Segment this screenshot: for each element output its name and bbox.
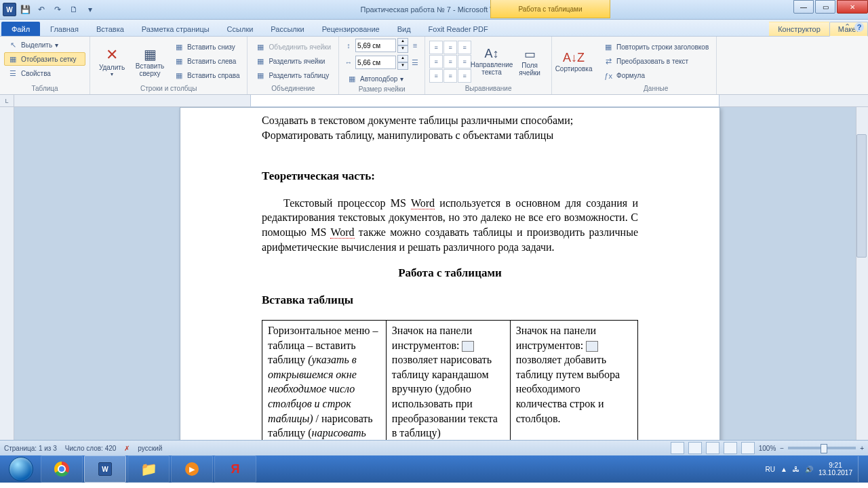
zoom-level[interactable]: 100% (759, 445, 776, 452)
align-br[interactable]: ≡ (458, 69, 471, 83)
doc-line-2[interactable]: Форматировать таблицу, манипулировать с … (262, 128, 638, 143)
doc-heading-tables[interactable]: Работа с таблицами (262, 266, 638, 281)
tab-view[interactable]: Вид (389, 22, 420, 36)
tab-foxit[interactable]: Foxit Reader PDF (420, 22, 497, 36)
tab-page-layout[interactable]: Разметка страницы (133, 22, 218, 36)
table-cell-2[interactable]: Значок на панели инструментов: позволяет… (386, 320, 510, 440)
taskbar-explorer[interactable]: 📁 (127, 455, 170, 483)
tab-insert[interactable]: Вставка (87, 22, 133, 36)
word-app-icon[interactable]: W (3, 3, 16, 16)
qat-customize-button[interactable]: ▾ (83, 2, 98, 17)
merge-cells-button[interactable]: ▦Объединить ячейки (252, 41, 334, 54)
view-gridlines-button[interactable]: ▦Отобразить сетку (4, 52, 85, 66)
autofit-button[interactable]: ▦Автоподбор ▾ (343, 72, 420, 85)
split-cells-button[interactable]: ▦Разделить ячейки (252, 55, 334, 68)
document-page[interactable]: Создавать в текстовом документе таблицы … (180, 107, 720, 440)
taskbar-media-player[interactable]: ▶ (171, 455, 213, 483)
taskbar-chrome[interactable] (41, 455, 83, 483)
delete-button[interactable]: ✕Удалить▾ (94, 39, 130, 84)
qat-redo-button[interactable]: ↷ (50, 2, 65, 17)
ruler-vertical[interactable] (0, 107, 14, 440)
document-table[interactable]: Горизонтальное меню – таблица – вставить… (262, 320, 638, 440)
distribute-cols-icon[interactable]: ☰ (410, 57, 420, 68)
doc-paragraph-1[interactable]: Текстовый процессор MS Word используется… (262, 196, 638, 254)
qat-save-button[interactable]: 💾 (18, 2, 33, 17)
insert-below-button[interactable]: ▦Вставить снизу (170, 41, 243, 54)
doc-heading-insert[interactable]: Вставка таблицы (262, 293, 638, 308)
table-row[interactable]: Горизонтальное меню – таблица – вставить… (262, 320, 638, 440)
align-mr[interactable]: ≡ (458, 55, 471, 68)
status-language[interactable]: русский (138, 445, 162, 452)
ruler-tab-selector[interactable]: L (0, 95, 14, 106)
status-page[interactable]: Страница: 1 из 3 (4, 445, 57, 452)
vertical-scrollbar[interactable] (856, 107, 868, 440)
show-desktop-button[interactable] (858, 456, 865, 482)
status-word-count[interactable]: Число слов: 420 (65, 445, 117, 452)
status-proofing-icon[interactable]: ✗ (124, 445, 130, 452)
select-button[interactable]: ↖Выделить ▾ (4, 38, 85, 52)
tray-network-icon[interactable]: 🖧 (793, 466, 800, 473)
taskbar-yandex[interactable]: Я (214, 455, 256, 483)
width-up[interactable]: ▲ (397, 55, 408, 62)
doc-heading-theory[interactable]: Теоретическая часть: (262, 169, 638, 184)
tab-file[interactable]: Файл (1, 22, 40, 36)
insert-left-button[interactable]: ▦Вставить слева (170, 55, 243, 68)
properties-button[interactable]: ☰Свойства (4, 66, 85, 80)
align-mc[interactable]: ≡ (443, 55, 457, 68)
taskbar-word[interactable]: W (84, 455, 126, 483)
formula-button[interactable]: ƒxФормула (599, 69, 712, 83)
zoom-in-button[interactable]: + (860, 445, 864, 452)
minimize-ribbon-icon[interactable]: ⌃ (844, 22, 850, 32)
tab-references[interactable]: Ссылки (218, 22, 262, 36)
align-tr[interactable]: ≡ (458, 41, 471, 54)
row-height-input[interactable] (355, 39, 396, 52)
align-bl[interactable]: ≡ (429, 69, 443, 83)
text-direction-button[interactable]: A↕Направление текста (474, 39, 509, 84)
ruler-horizontal[interactable]: L (0, 95, 868, 107)
tab-design[interactable]: Конструктор (769, 22, 829, 36)
convert-text-button[interactable]: ⇄Преобразовать в текст (599, 55, 712, 68)
page-area[interactable]: Создавать в текстовом документе таблицы … (14, 107, 868, 440)
help-icon[interactable]: ? (854, 22, 864, 32)
view-draft[interactable] (741, 442, 755, 454)
table-cell-1[interactable]: Горизонтальное меню – таблица – вставить… (262, 320, 387, 440)
align-tc[interactable]: ≡ (443, 41, 457, 54)
zoom-out-button[interactable]: − (780, 445, 784, 452)
tab-home[interactable]: Главная (41, 22, 87, 36)
tray-lang[interactable]: RU (766, 466, 775, 473)
scrollbar-thumb[interactable] (856, 134, 867, 258)
width-down[interactable]: ▼ (397, 62, 408, 70)
view-full-reading[interactable] (688, 442, 702, 454)
view-print-layout[interactable] (671, 442, 684, 454)
repeat-header-button[interactable]: ▦Повторить строки заголовков (599, 41, 712, 54)
align-bc[interactable]: ≡ (443, 69, 457, 83)
split-table-button[interactable]: ▦Разделить таблицу (252, 69, 334, 83)
qat-undo-button[interactable]: ↶ (34, 2, 49, 17)
zoom-slider[interactable] (788, 447, 856, 449)
minimize-button[interactable]: — (793, 0, 814, 14)
zoom-slider-thumb[interactable] (821, 444, 827, 453)
view-web-layout[interactable] (706, 442, 719, 454)
distribute-rows-icon[interactable]: ≡ (410, 40, 420, 51)
tab-review[interactable]: Рецензирование (313, 22, 389, 36)
col-width-input[interactable] (355, 56, 396, 69)
cell-margins-button[interactable]: ▭Поля ячейки (512, 39, 547, 84)
align-ml[interactable]: ≡ (429, 55, 443, 68)
height-up[interactable]: ▲ (397, 38, 408, 45)
tab-mailings[interactable]: Рассылки (262, 22, 313, 36)
table-cell-3[interactable]: Значок на панели инструментов: позволяет… (510, 320, 637, 440)
tray-volume-icon[interactable]: 🔊 (805, 466, 813, 473)
align-tl[interactable]: ≡ (429, 41, 443, 54)
tray-flag-icon[interactable]: ▲ (781, 466, 787, 473)
start-button[interactable] (3, 456, 39, 482)
maximize-button[interactable]: ▭ (815, 0, 835, 14)
tray-clock[interactable]: 9:2113.10.2017 (818, 462, 852, 476)
height-down[interactable]: ▼ (397, 45, 408, 53)
insert-above-button[interactable]: ▦Вставить сверху (132, 39, 167, 84)
qat-new-button[interactable]: 🗋 (66, 2, 81, 17)
close-button[interactable]: ✕ (837, 0, 868, 14)
insert-right-button[interactable]: ▦Вставить справа (170, 69, 243, 83)
sort-button[interactable]: A↓ZСортировка (556, 39, 591, 84)
doc-line-1[interactable]: Создавать в текстовом документе таблицы … (262, 113, 638, 128)
view-outline[interactable] (724, 442, 737, 454)
